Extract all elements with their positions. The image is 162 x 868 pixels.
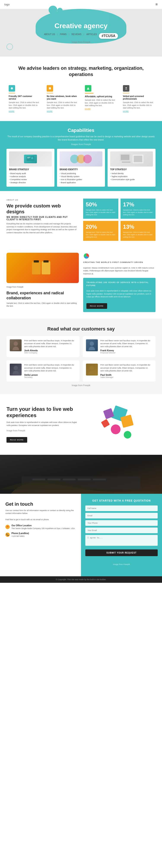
features-grid: Friendly 24/7 customer service Sample te… [6, 83, 156, 115]
about-subheading: WE WORK DIRECTLY FOR OUR CLIENTS AND PUT… [6, 216, 79, 221]
contact-left: Get in touch Use our contact form for al… [0, 494, 81, 576]
contact-info: 📍 Our Office Location The Venim Single-N… [5, 524, 76, 537]
testimonials-grid: Prim sed libero venim sed faucibus turpi… [6, 336, 156, 381]
avatar-0 [10, 339, 22, 351]
svg-rect-1 [49, 87, 51, 89]
ideas-left: Turn your ideas to live web experiences … [6, 406, 79, 443]
translating-title: TRANSLATING 100 YEARS OF SERVICE INTO A … [86, 281, 152, 287]
testi-role-1: Financial Director [100, 352, 153, 354]
office-address: The Venim Single-Node Company 100 Anywhe… [11, 527, 75, 530]
svg-point-22 [90, 342, 94, 346]
testi-text-3: Prim sed libero venim sed faucibus turpi… [100, 364, 153, 372]
advise-heading: We advise leaders on strategy, marketing… [6, 65, 156, 78]
phone-input[interactable] [85, 520, 158, 526]
testi-text-1: Prim sed libero venim sed faucibus turpi… [100, 339, 153, 348]
header: logo ≡ [0, 0, 162, 9]
feat-title-0: Friendly 24/7 customer service [9, 95, 39, 100]
footer-copyright: © Copyright: This site was made by the b… [4, 579, 158, 581]
cap-card-img-2 [110, 151, 153, 166]
feat-desc-2: Sample text. Click to select the text bo… [85, 99, 115, 107]
ideas-right [83, 403, 156, 446]
your-email-input[interactable] [85, 528, 158, 533]
cap-card-item-2-0: Verbal identity [110, 172, 153, 175]
nav-sep2: | [69, 33, 69, 39]
contact-section: Get in touch Use our contact form for al… [0, 494, 162, 576]
hero-nav: ABOUT US | FIRMS | REVIEWS | ARTICLES #T… [4, 33, 158, 39]
svg-rect-18 [34, 260, 39, 262]
feat-more-0[interactable]: MORE [9, 110, 39, 113]
cap-card-item-0-2: Competitive review [9, 178, 52, 181]
hero-title: Creative agency [4, 22, 158, 30]
testimonials-section: Read what our customers say Prim sed lib… [0, 318, 162, 394]
brand-section: Image from Freepik Brand, experiences an… [0, 248, 162, 318]
read-more-button[interactable]: READ MORE [86, 303, 107, 309]
cap-card-title-0: BRAND STRATEGY [9, 168, 52, 170]
contact-heading: Get in touch [5, 501, 76, 507]
feat-more-1[interactable]: MORE [47, 110, 77, 113]
form-field-name [85, 505, 158, 511]
feat-more-2[interactable]: MORE [85, 108, 115, 110]
cap-card-img-1 [59, 151, 103, 166]
feat-desc-0: Sample text. Click to select the text bo… [9, 101, 39, 110]
testi-name-2: Stella Larson [24, 374, 76, 376]
contact-description: Use our contact form for all information… [5, 509, 76, 515]
hands-svg [0, 455, 162, 494]
nav-active[interactable]: #TCUSA [99, 33, 118, 39]
form-image-label: Image from Freepik [85, 558, 158, 571]
svg-rect-15 [122, 162, 130, 162]
svg-rect-17 [42, 261, 50, 274]
cap-card-list-2: Verbal identity Tagline exploration Comm… [110, 172, 153, 181]
testi-card-1: Prim sed libero venim sed faucibus turpi… [83, 336, 156, 357]
feat-icon-2 [85, 85, 91, 92]
about-heading: We provide custom web designs [6, 203, 79, 215]
brand-img-label: Image from Freepik [6, 286, 79, 288]
feat-title-1: No time windows, book when you want [47, 95, 77, 100]
brand-image [6, 253, 79, 283]
message-textarea[interactable] [85, 535, 158, 546]
testi-card-0: Prim sed libero venim sed faucibus turpi… [6, 336, 80, 357]
capabilities-subtitle: The result of our company branding pract… [6, 135, 156, 142]
submit-button[interactable]: Submit your request [85, 550, 158, 556]
form-field-email [85, 513, 158, 519]
svg-point-0 [11, 87, 13, 89]
ideas-read-more[interactable]: READ MORE [6, 437, 27, 443]
email-input[interactable] [85, 513, 158, 519]
hero-section: Creative agency ABOUT US | FIRMS | REVIE… [0, 9, 162, 57]
nav-firms[interactable]: FIRMS [60, 33, 67, 39]
testi-text-2: Prim sed libero venim sed faucibus turpi… [24, 364, 76, 372]
feat-title-3: Vetted and screened professionals [123, 95, 153, 100]
stat-value-3: 13% [123, 223, 153, 230]
svg-rect-19 [43, 260, 49, 262]
nav-articles[interactable]: ARTICLES [86, 33, 97, 39]
stat-desc-0: Sample text. Click to select the text bo… [86, 209, 116, 216]
svg-point-21 [13, 342, 18, 346]
form-title: GET STARTED WITH A FREE QUOTATION [85, 499, 158, 502]
menu-icon[interactable]: ≡ [155, 2, 158, 7]
nav-reviews[interactable]: REVIEWS [72, 33, 81, 39]
stat-box-0: 50% Sample text. Click to select the tex… [83, 198, 118, 219]
testi-role-3: Sales Manager [100, 376, 153, 378]
cap-card-img-0 [9, 151, 52, 166]
stat-desc-2: Sample text. Click to select the text bo… [86, 231, 116, 239]
office-title: Our Office Location [11, 524, 75, 527]
logo: logo [4, 3, 10, 6]
cap-card-item-2-1: Tagline exploration [110, 175, 153, 178]
svg-rect-29 [63, 478, 76, 480]
feature-card-0: Friendly 24/7 customer service Sample te… [6, 83, 41, 115]
svg-rect-16 [32, 261, 41, 274]
shape-green [123, 430, 132, 439]
cap-card-1: BRAND IDENTITY Visual positioning Visual… [57, 149, 105, 187]
feat-more-3[interactable]: MORE [123, 110, 153, 113]
feature-card-1: No time windows, book when you want Samp… [44, 83, 79, 115]
cap-card-item-1-0: Visual positioning [59, 172, 103, 175]
about-label: ABOUT US [6, 198, 79, 202]
full-name-input[interactable] [85, 505, 158, 511]
avatar-2 [10, 364, 22, 375]
contact-right: GET STARTED WITH A FREE QUOTATION Submit… [81, 494, 162, 576]
about-left: ABOUT US We provide custom web designs W… [6, 198, 79, 234]
hands-section [0, 455, 162, 494]
cap-card-item-0-3: Strategic direction [9, 181, 52, 184]
nav-sep3: | [84, 33, 84, 39]
nav-about[interactable]: ABOUT US [44, 33, 55, 39]
cap-card-list-1: Visual positioning Visual identity syste… [59, 172, 103, 184]
